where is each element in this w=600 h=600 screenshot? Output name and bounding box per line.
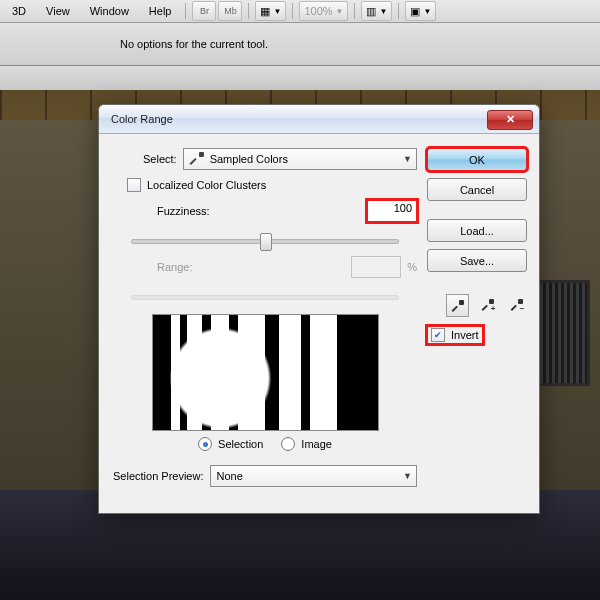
chevron-down-icon: ▼	[379, 7, 387, 16]
toolbar-app-buttons: Br Mb	[192, 1, 242, 21]
film-icon: ▦	[260, 5, 270, 18]
document-tabs-strip	[0, 66, 600, 93]
color-range-dialog: Color Range ✕ Select: Sampled Colors ▼ L…	[98, 104, 540, 514]
zoom-dropdown[interactable]: 100%▼	[299, 1, 348, 21]
invert-checkbox[interactable]: ✔	[431, 328, 445, 342]
chevron-down-icon: ▼	[336, 7, 344, 16]
select-label: Select:	[143, 153, 177, 165]
fuzziness-input[interactable]: 100	[367, 200, 417, 222]
eyedropper-tools: + −	[427, 294, 527, 317]
preview-image	[153, 315, 378, 430]
range-input	[351, 256, 401, 278]
localized-label: Localized Color Clusters	[147, 179, 266, 191]
menu-window[interactable]: Window	[82, 3, 137, 19]
radio-image-label: Image	[301, 438, 332, 450]
fuzziness-label: Fuzziness:	[157, 205, 210, 217]
eyedropper-icon	[452, 300, 464, 312]
sep	[292, 3, 293, 19]
ok-button[interactable]: OK	[427, 148, 527, 171]
range-suffix: %	[407, 261, 417, 273]
eyedropper-subtract-tool[interactable]: −	[506, 294, 527, 315]
eyedropper-tool[interactable]	[446, 294, 469, 317]
dialog-title: Color Range	[105, 113, 173, 125]
eyedropper-icon	[190, 152, 204, 166]
invert-label: Invert	[451, 329, 479, 341]
zoom-value: 100%	[304, 5, 332, 17]
slider-thumb[interactable]	[260, 233, 272, 251]
fuzziness-slider[interactable]	[131, 230, 399, 250]
select-mode-dropdown[interactable]: Sampled Colors ▼	[183, 148, 417, 170]
load-button[interactable]: Load...	[427, 219, 527, 242]
radio-selection-label: Selection	[218, 438, 263, 450]
radio-selection[interactable]	[198, 437, 212, 451]
close-icon: ✕	[506, 113, 515, 126]
menu-3d[interactable]: 3D	[4, 3, 34, 19]
dialog-titlebar[interactable]: Color Range ✕	[99, 105, 539, 134]
chevron-down-icon: ▼	[403, 471, 412, 481]
menubar: 3D View Window Help Br Mb ▦▼ 100%▼ ▥▼ ▣▼	[0, 0, 600, 23]
radio-image[interactable]	[281, 437, 295, 451]
sep	[354, 3, 355, 19]
cancel-button[interactable]: Cancel	[427, 178, 527, 201]
save-button[interactable]: Save...	[427, 249, 527, 272]
eyedropper-plus-icon: +	[482, 299, 494, 311]
dialog-left-panel: Select: Sampled Colors ▼ Localized Color…	[113, 148, 417, 495]
sep	[398, 3, 399, 19]
select-mode-value: Sampled Colors	[210, 153, 288, 165]
arrange-docs-dropdown[interactable]: ▥▼	[361, 1, 392, 21]
chevron-down-icon: ▼	[273, 7, 281, 16]
chevron-down-icon: ▼	[403, 154, 412, 164]
eyedropper-minus-icon: −	[511, 299, 523, 311]
sep	[185, 3, 186, 19]
dialog-right-panel: OK Cancel Load... Save... + − ✔ Invert	[427, 148, 527, 495]
screen-mode-dropdown[interactable]: ▣▼	[405, 1, 436, 21]
sep	[248, 3, 249, 19]
view-extras-dropdown[interactable]: ▦▼	[255, 1, 286, 21]
localized-checkbox[interactable]	[127, 178, 141, 192]
selection-preview-label: Selection Preview:	[113, 470, 204, 482]
range-slider	[131, 286, 399, 306]
screen-icon: ▣	[410, 5, 420, 18]
close-button[interactable]: ✕	[487, 110, 533, 130]
menu-view[interactable]: View	[38, 3, 78, 19]
eyedropper-add-tool[interactable]: +	[477, 294, 498, 315]
selection-preview-thumbnail[interactable]	[152, 314, 379, 431]
bridge-button[interactable]: Br	[192, 1, 216, 21]
layout-icon: ▥	[366, 5, 376, 18]
options-bar-message: No options for the current tool.	[120, 38, 268, 50]
options-bar: No options for the current tool.	[0, 23, 600, 66]
selection-preview-value: None	[217, 470, 243, 482]
menu-help[interactable]: Help	[141, 3, 180, 19]
chevron-down-icon: ▼	[423, 7, 431, 16]
selection-preview-dropdown[interactable]: None ▼	[210, 465, 418, 487]
minibridge-button[interactable]: Mb	[218, 1, 242, 21]
range-label: Range:	[157, 261, 192, 273]
